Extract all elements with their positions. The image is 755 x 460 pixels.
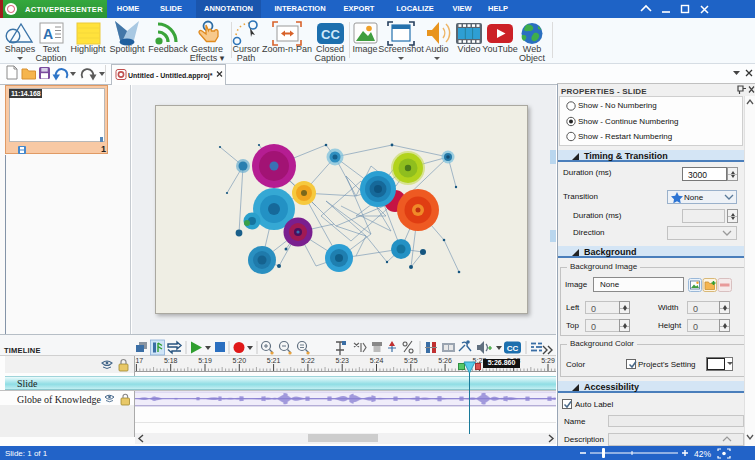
svg-text:5:25: 5:25 <box>404 357 418 364</box>
svg-text:5:22: 5:22 <box>301 357 315 364</box>
svg-text:A: A <box>43 26 53 42</box>
svg-text:5:24: 5:24 <box>370 357 384 364</box>
svg-text:Untitled - Untitled.approj*: Untitled - Untitled.approj* <box>128 72 213 80</box>
svg-text:5:21: 5:21 <box>267 357 281 364</box>
svg-text:5:23: 5:23 <box>335 357 349 364</box>
svg-text:5:20: 5:20 <box>232 357 246 364</box>
svg-text:5:18: 5:18 <box>164 357 178 364</box>
svg-text:5:26: 5:26 <box>438 357 452 364</box>
svg-text:5:19: 5:19 <box>198 357 212 364</box>
svg-text:CC: CC <box>321 27 340 42</box>
svg-text:CC: CC <box>507 344 519 353</box>
svg-text:5:17: 5:17 <box>135 357 143 364</box>
svg-text:5:29: 5:29 <box>541 357 555 364</box>
svg-text:42%: 42% <box>694 449 711 459</box>
